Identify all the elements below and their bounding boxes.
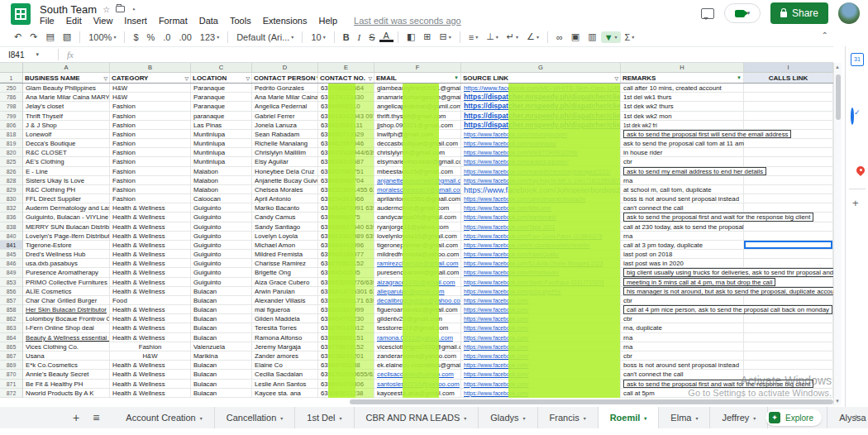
cell[interactable] bbox=[744, 361, 833, 370]
text-color-icon[interactable]: A bbox=[379, 31, 393, 42]
column-header-F[interactable]: F bbox=[374, 63, 461, 73]
sheet-tab-francis[interactable]: Francis▾ bbox=[538, 407, 599, 428]
cell[interactable]: Anjanette Bucay Guivue bbox=[252, 176, 318, 185]
cell[interactable]: Honeybee Dela Cruz bbox=[252, 167, 318, 176]
text-rotation-icon[interactable]: ∠▾ bbox=[522, 31, 543, 42]
sheets-logo-icon[interactable] bbox=[11, 3, 31, 25]
field-header-calls-link[interactable]: CALLS LINK bbox=[744, 73, 833, 83]
cell[interactable]: Alexander Villasis bbox=[252, 296, 318, 305]
cell[interactable]: Fashion bbox=[110, 176, 191, 185]
cell[interactable]: Health & Wellness bbox=[110, 333, 191, 342]
row-header[interactable]: 838 bbox=[0, 222, 23, 232]
cell[interactable]: Arwin Parulan bbox=[252, 287, 318, 296]
cell[interactable] bbox=[744, 157, 833, 166]
cell[interactable]: Auderm Dermatology and Laser bbox=[23, 203, 110, 213]
row-header[interactable]: 786 bbox=[0, 93, 23, 102]
undo-icon[interactable]: ↶ bbox=[10, 31, 26, 42]
cell[interactable]: Bulacan bbox=[191, 380, 252, 389]
cell[interactable]: Fashion bbox=[110, 167, 191, 176]
cell[interactable]: Guiguinto bbox=[191, 241, 252, 250]
column-header-A[interactable]: A bbox=[23, 63, 110, 73]
cell[interactable]: Bulacan bbox=[191, 333, 252, 342]
cell[interactable]: Brigette Ong bbox=[252, 268, 318, 277]
cell[interactable]: at school m, call tom, duplicate bbox=[621, 185, 744, 194]
cell[interactable]: Bulacan bbox=[191, 323, 252, 332]
row-header[interactable]: 846 bbox=[0, 259, 23, 268]
cell[interactable]: Bulacan bbox=[191, 287, 252, 296]
row-header[interactable]: 869 bbox=[0, 361, 23, 370]
cell[interactable]: R&C CLOSET bbox=[23, 148, 110, 157]
cell[interactable]: Usana bbox=[23, 351, 110, 361]
field-header-email[interactable]: EMAIL▼ bbox=[374, 73, 461, 83]
cell[interactable]: Gabriel Ferrer bbox=[252, 112, 318, 121]
cell[interactable]: 1st dek wk2 thurs bbox=[621, 102, 744, 111]
cell[interactable]: AE's Clothing bbox=[23, 157, 110, 166]
cell[interactable]: H&W bbox=[110, 93, 191, 102]
cell[interactable]: Chrislylyn Mallilim bbox=[252, 148, 318, 157]
row-header[interactable]: 1 bbox=[0, 73, 23, 83]
select-all-corner[interactable] bbox=[0, 63, 23, 73]
cell[interactable]: rna bbox=[621, 342, 744, 351]
field-header-category[interactable]: CATEGORY▽ bbox=[110, 73, 191, 83]
cell[interactable]: Muntinlupa bbox=[191, 139, 252, 148]
comment-history-icon[interactable] bbox=[701, 8, 714, 19]
cell[interactable]: Fashion bbox=[110, 102, 191, 111]
cell[interactable]: Elsy Aguilar bbox=[252, 157, 318, 166]
cell[interactable]: Malabon bbox=[191, 167, 252, 176]
cell[interactable]: J & J Shop bbox=[23, 121, 110, 130]
row-header[interactable]: 828 bbox=[0, 176, 23, 185]
cell[interactable]: can't connect the call bbox=[621, 203, 744, 213]
zoom-select[interactable]: 100%▾ bbox=[84, 32, 120, 42]
cell[interactable]: Health & Wellness bbox=[110, 259, 191, 268]
cell[interactable]: Valenzuela bbox=[191, 342, 252, 351]
cell[interactable]: Leslie Ann Santos bbox=[252, 380, 318, 389]
sheet-tab-roemil[interactable]: Roemil▾ bbox=[599, 407, 660, 428]
row-header[interactable]: 818 bbox=[0, 130, 23, 139]
functions-icon[interactable]: Σ▾ bbox=[621, 32, 639, 42]
row-header[interactable]: 836 bbox=[0, 213, 23, 222]
toolbar-collapse-icon[interactable]: ⌃ bbox=[822, 31, 828, 40]
cell[interactable]: Health & Wellness bbox=[110, 389, 191, 398]
cell[interactable]: call after 10 mins, created account bbox=[621, 84, 744, 93]
cell[interactable]: Health & Wellness bbox=[110, 203, 191, 213]
cell[interactable] bbox=[744, 259, 833, 268]
row-header[interactable]: 250 bbox=[0, 84, 23, 93]
cloud-status-icon[interactable]: ◔ bbox=[131, 5, 136, 14]
cell[interactable]: Health & Wellness bbox=[110, 314, 191, 323]
user-avatar[interactable] bbox=[838, 2, 860, 24]
cell[interactable]: meeting in 5 mins call at 4 pm, rna but … bbox=[621, 278, 744, 287]
cell[interactable]: Char Char Grilled Burger bbox=[23, 296, 110, 305]
cell[interactable]: Lonewolf bbox=[23, 130, 110, 139]
cell[interactable]: Mildred Fremista bbox=[252, 250, 318, 259]
cell[interactable]: Malabon bbox=[191, 176, 252, 185]
menu-help[interactable]: Help bbox=[318, 16, 337, 26]
move-folder-icon[interactable] bbox=[116, 6, 125, 12]
cell[interactable]: call at 4 pm nice person, ask to send th… bbox=[621, 305, 744, 314]
cell[interactable] bbox=[744, 296, 833, 305]
row-header[interactable]: 829 bbox=[0, 185, 23, 194]
filter-icon[interactable]: ▽ bbox=[184, 75, 188, 81]
cell[interactable]: in house rider bbox=[621, 148, 744, 157]
cell[interactable]: Fashion bbox=[110, 185, 191, 194]
cell[interactable]: Guiguinto bbox=[191, 222, 252, 232]
row-header[interactable]: 798 bbox=[0, 102, 23, 111]
menu-data[interactable]: Data bbox=[199, 16, 218, 26]
row-header[interactable]: 820 bbox=[0, 148, 23, 157]
cell[interactable]: Her Skin Bulacan Distributor bbox=[23, 305, 110, 314]
cell[interactable]: cbr bbox=[621, 296, 744, 305]
row-header[interactable]: 799 bbox=[0, 112, 23, 121]
cell[interactable]: Jelay's closet bbox=[23, 102, 110, 111]
filter-icon[interactable]: ▽ bbox=[103, 75, 107, 81]
insert-chart-icon[interactable]: ▥ bbox=[584, 31, 600, 42]
cell[interactable]: Health & Wellness bbox=[110, 305, 191, 314]
row-header[interactable]: 862 bbox=[0, 314, 23, 323]
field-header-business-name[interactable]: BUSINESS NAME▽ bbox=[23, 73, 110, 83]
row-header[interactable]: 858 bbox=[0, 305, 23, 314]
column-header-B[interactable]: B bbox=[110, 63, 191, 73]
sheet-tab-jeffrey[interactable]: Jeffrey▾ bbox=[710, 407, 768, 428]
cell[interactable]: Caloocan bbox=[191, 194, 252, 203]
row-header[interactable]: 864 bbox=[0, 333, 23, 342]
borders-icon[interactable]: ⊞ bbox=[419, 31, 435, 42]
filter-icon[interactable]: ▼ bbox=[737, 75, 742, 80]
cell[interactable] bbox=[744, 102, 833, 111]
